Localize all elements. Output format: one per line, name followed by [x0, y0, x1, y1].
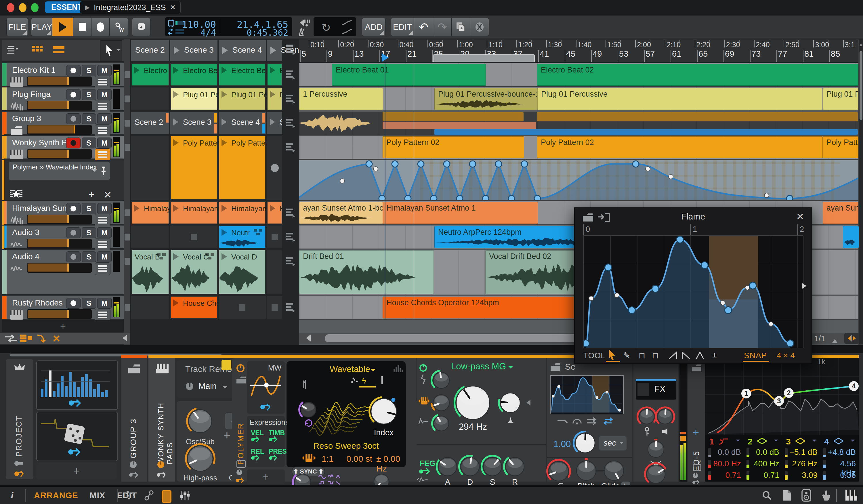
- zoom-fit-button[interactable]: [844, 333, 859, 344]
- view-tab-mix[interactable]: MIX: [90, 487, 105, 504]
- feg-r-knob[interactable]: [503, 454, 527, 479]
- redo-button[interactable]: ↷: [433, 18, 452, 36]
- eq5-display[interactable]: 12341k10.0 dB80.0 Hz0.7120.0 dB400 Hz0.7…: [705, 358, 859, 481]
- mode-pingpong-icon[interactable]: [602, 417, 614, 425]
- eq-band-header[interactable]: 3: [786, 437, 791, 446]
- fine-tune-value[interactable]: ± 0.00 Hz: [376, 454, 405, 474]
- clip-slot[interactable]: Electro Bea: [170, 63, 218, 87]
- track-menu-button[interactable]: [95, 238, 111, 251]
- eq-band-db-value[interactable]: 0.0 dB: [711, 448, 741, 457]
- record-arm-button[interactable]: [66, 138, 80, 149]
- track-list-menu-icon[interactable]: [6, 45, 20, 56]
- launcher-clip[interactable]: Plug 01 Per: [219, 88, 265, 110]
- arranger-clip[interactable]: Electro Beat 02: [537, 64, 859, 86]
- feg-route-icon[interactable]: [419, 468, 434, 475]
- launcher-clip[interactable]: Vocal B: [132, 250, 168, 294]
- launcher-clip[interactable]: Poly Patter: [219, 136, 265, 199]
- volume-fader[interactable]: [27, 309, 92, 319]
- v-scroll-thumb[interactable]: [860, 51, 862, 120]
- automation-lane[interactable]: [299, 160, 859, 201]
- cutoff-value[interactable]: 294 Hz: [454, 422, 492, 432]
- polymer-add-slot[interactable]: +: [247, 469, 285, 484]
- snap-label[interactable]: SNAP: [744, 351, 767, 360]
- arranger-scrollbar[interactable]: [325, 334, 584, 342]
- metronome-icon[interactable]: [296, 28, 306, 36]
- feg-label[interactable]: FEG: [420, 459, 436, 468]
- timesig-value[interactable]: 4/4: [200, 28, 216, 38]
- export-button[interactable]: [132, 18, 150, 36]
- track-header[interactable]: Audio 4SM: [2, 250, 124, 295]
- volume-fader[interactable]: [27, 215, 92, 224]
- eq-band-q-value[interactable]: 0.36: [825, 471, 856, 480]
- arranger-clip[interactable]: Himalayan Sunset Atmo 1: [383, 202, 538, 224]
- expression-slot-label[interactable]: TIMB: [269, 429, 285, 437]
- clip-slot[interactable]: Scene 4: [218, 112, 267, 136]
- mseg-unit-select[interactable]: sec: [599, 436, 627, 451]
- eq-band-shape-icon[interactable]: [718, 437, 729, 445]
- pitch-knob[interactable]: [574, 458, 599, 483]
- flame-curve[interactable]: [584, 236, 803, 348]
- project-tab-close-icon[interactable]: ✕: [170, 3, 176, 12]
- track-header[interactable]: Himalayan SunsetSM: [2, 201, 124, 225]
- warp-icon[interactable]: ϟ: [362, 376, 366, 386]
- snap-grid-value[interactable]: 4 × 4: [777, 351, 795, 360]
- mod-sync-icon[interactable]: [304, 419, 313, 428]
- stop-button[interactable]: [73, 18, 91, 36]
- play-button[interactable]: [52, 18, 73, 36]
- play-menu-button[interactable]: PLAY: [31, 18, 52, 36]
- clip-slot[interactable]: Plug 01 Per: [170, 87, 218, 111]
- mode-hold-icon[interactable]: [572, 417, 584, 425]
- wavetable-panel[interactable]: WavetableϟIndexReso Sweep 3oct1:10.00 st…: [287, 361, 405, 467]
- group-scene-cell[interactable]: Scene 5: [267, 112, 282, 134]
- folder-icon[interactable]: [236, 376, 246, 384]
- eq-graph[interactable]: 12341k: [705, 358, 859, 435]
- info-icon[interactable]: i: [11, 490, 17, 501]
- triangle-tool-icon[interactable]: [696, 352, 704, 360]
- osc-sub-knob[interactable]: [186, 407, 215, 436]
- solo-button[interactable]: S: [82, 138, 96, 149]
- mseg-rate-knob[interactable]: [573, 430, 598, 456]
- launcher-clip[interactable]: Electro Bea: [171, 64, 217, 86]
- group-midi-strip-2[interactable]: [383, 122, 536, 129]
- track-menu-button[interactable]: [95, 214, 111, 227]
- pin-icon[interactable]: [100, 166, 107, 176]
- track-header[interactable]: Group 3SM: [2, 112, 124, 135]
- loop-icon[interactable]: ↻: [322, 21, 331, 34]
- track-menu-button[interactable]: [95, 124, 111, 137]
- eq-band-db-value[interactable]: 0.0 dB: [749, 448, 779, 457]
- scene-header[interactable]: Scene 2: [131, 40, 170, 61]
- project-tab[interactable]: ▶ Integrated2023_ESS ✕: [80, 1, 181, 14]
- arranger-clip[interactable]: Plug 01 Percussive: [823, 88, 859, 110]
- volume-fader[interactable]: [27, 125, 92, 135]
- time-value[interactable]: 0:45.362: [247, 28, 289, 38]
- automation-target[interactable]: Polymer » Wavetable Index: [9, 162, 110, 180]
- fx-key-knob[interactable]: [636, 406, 657, 427]
- arranger-clip[interactable]: Poly Pattern 02: [537, 136, 823, 158]
- automation-add-button[interactable]: +: [89, 188, 95, 201]
- arranger-clip[interactable]: Plug 01 Percussive-bounce-1: [434, 88, 537, 110]
- overdub-button[interactable]: W: [109, 18, 128, 36]
- launcher-clip[interactable]: Himalayan: [171, 202, 217, 224]
- clip-slot[interactable]: [131, 136, 170, 201]
- layout-list-icon[interactable]: [20, 334, 33, 343]
- scene-header[interactable]: Scene 5: [267, 40, 283, 61]
- device-power-icon[interactable]: [236, 363, 246, 373]
- record-arm-button[interactable]: [66, 298, 80, 309]
- clip-row-menu-icon[interactable]: [286, 119, 297, 129]
- launcher-clip[interactable]: Himalayan: [219, 202, 265, 224]
- track-header[interactable]: Plug FingaSM: [2, 87, 124, 111]
- latch-badge[interactable]: L: [621, 481, 630, 485]
- fx-out-knob[interactable]: [644, 462, 668, 485]
- clip-launcher-toggle-icon[interactable]: [126, 491, 136, 500]
- mute-button[interactable]: M: [97, 113, 112, 124]
- index-knob[interactable]: [368, 396, 399, 427]
- io-pill-icon[interactable]: [14, 471, 25, 477]
- monitor-speaker-icon[interactable]: [801, 489, 811, 502]
- track-menu-button[interactable]: [95, 100, 111, 113]
- io-swap-icon[interactable]: [4, 335, 18, 343]
- mod-route-icon[interactable]: [260, 403, 273, 411]
- device-expand-icon[interactable]: [693, 464, 701, 471]
- eq-band-q-value[interactable]: 0.71: [711, 471, 741, 480]
- pitch-keys-icon[interactable]: [301, 453, 316, 463]
- solo-button[interactable]: S: [82, 251, 96, 262]
